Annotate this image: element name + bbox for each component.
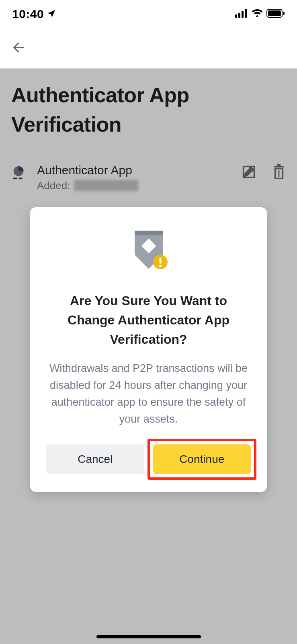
home-indicator[interactable] xyxy=(96,635,201,638)
cellular-icon xyxy=(235,9,248,19)
svg-rect-6 xyxy=(283,12,285,15)
svg-rect-3 xyxy=(245,9,247,18)
svg-rect-0 xyxy=(235,14,237,18)
wifi-icon xyxy=(251,9,263,19)
confirm-modal: Are You Sure You Want to Change Authenti… xyxy=(30,207,267,492)
svg-point-17 xyxy=(159,265,162,267)
modal-body: Withdrawals and P2P transactions will be… xyxy=(46,360,251,427)
modal-title: Are You Sure You Want to Change Authenti… xyxy=(46,291,251,349)
status-icons xyxy=(235,9,285,19)
svg-rect-1 xyxy=(238,13,240,18)
continue-button[interactable]: Continue xyxy=(153,444,251,474)
location-icon xyxy=(47,7,56,21)
status-time: 10:40 xyxy=(12,7,44,21)
cancel-button[interactable]: Cancel xyxy=(46,444,144,474)
modal-actions: Cancel Continue xyxy=(46,444,251,474)
status-time-group: 10:40 xyxy=(12,7,56,21)
nav-bar xyxy=(0,28,297,68)
status-bar: 10:40 xyxy=(0,0,297,28)
continue-highlight-box: Continue xyxy=(147,439,257,480)
back-icon[interactable] xyxy=(10,39,27,57)
svg-rect-5 xyxy=(268,10,281,16)
svg-rect-2 xyxy=(242,11,244,18)
shield-warning-icon xyxy=(46,227,251,275)
battery-icon xyxy=(266,9,285,19)
svg-rect-16 xyxy=(159,258,161,264)
